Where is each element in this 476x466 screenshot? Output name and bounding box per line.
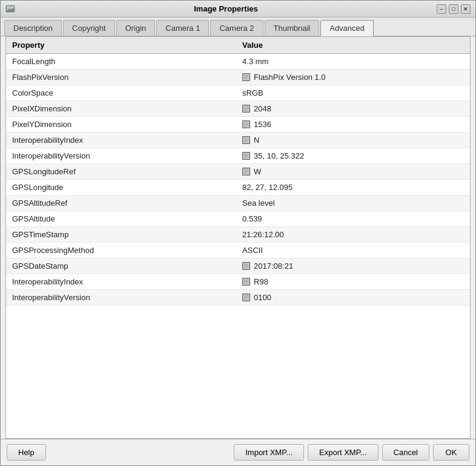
properties-table-container[interactable]: Property Value FocalLength4.3 mmFlashPix… — [5, 36, 471, 439]
column-header-property: Property — [6, 37, 236, 54]
table-row: InteroperabilityVersion0100 — [6, 290, 470, 306]
tab-thumbnail[interactable]: Thumbnail — [265, 20, 320, 36]
value-cell: sRGB — [236, 85, 470, 101]
property-cell: FocalLength — [6, 54, 236, 70]
table-row: GPSAltitudeRefSea level — [6, 195, 470, 211]
value-cell: R98 — [236, 274, 470, 290]
value-type-icon — [242, 168, 250, 176]
table-row: GPSLongitudeRefW — [6, 164, 470, 180]
value-cell: 0100 — [236, 290, 470, 306]
value-type-icon — [242, 73, 250, 81]
table-row: GPSTimeStamp21:26:12.00 — [6, 227, 470, 243]
value-cell: 1536 — [236, 117, 470, 133]
value-cell: ASCII — [236, 243, 470, 258]
property-cell: PixelXDimension — [6, 101, 236, 117]
table-row: InteroperabilityVersion35, 10, 25.322 — [6, 148, 470, 164]
value-type-icon — [242, 152, 250, 160]
ok-button[interactable]: OK — [433, 444, 469, 461]
close-button[interactable]: ✕ — [461, 4, 471, 14]
minimize-button[interactable]: – — [437, 4, 446, 14]
value-cell: W — [236, 164, 470, 180]
titlebar-controls: – □ ✕ — [437, 4, 471, 14]
value-type-icon — [242, 278, 250, 286]
property-cell: InteroperabilityVersion — [6, 290, 236, 306]
table-row: ColorSpacesRGB — [6, 85, 470, 101]
footer-right-buttons: Import XMP... Export XMP... Cancel OK — [234, 444, 469, 461]
value-cell: 35, 10, 25.322 — [236, 148, 470, 164]
tab-copyright[interactable]: Copyright — [63, 20, 115, 36]
table-row: InteroperabilityIndexN — [6, 133, 470, 148]
titlebar: Image Properties – □ ✕ — [1, 1, 475, 18]
import-xmp-button[interactable]: Import XMP... — [234, 444, 304, 461]
main-window: Image Properties – □ ✕ DescriptionCopyri… — [0, 0, 476, 466]
value-type-icon — [242, 262, 250, 270]
export-xmp-button[interactable]: Export XMP... — [308, 444, 378, 461]
property-cell: InteroperabilityIndex — [6, 133, 236, 148]
property-cell: GPSLongitudeRef — [6, 164, 236, 180]
value-cell: 4.3 mm — [236, 54, 470, 70]
value-cell: 82, 27, 12.095 — [236, 180, 470, 195]
value-cell: 2048 — [236, 101, 470, 117]
tab-camera1[interactable]: Camera 1 — [156, 20, 209, 36]
value-type-icon — [242, 105, 250, 113]
tab-advanced[interactable]: Advanced — [320, 20, 374, 36]
tab-origin[interactable]: Origin — [116, 20, 156, 36]
value-type-icon — [242, 294, 250, 301]
footer-left-buttons: Help — [7, 444, 46, 461]
value-cell: 2017:08:21 — [236, 258, 470, 274]
table-row: GPSProcessingMethodASCII — [6, 243, 470, 258]
property-cell: GPSLongitude — [6, 180, 236, 195]
property-cell: GPSDateStamp — [6, 258, 236, 274]
table-row: PixelYDimension1536 — [6, 117, 470, 133]
svg-point-3 — [12, 7, 13, 8]
tab-camera2[interactable]: Camera 2 — [210, 20, 263, 36]
property-cell: FlashPixVersion — [6, 70, 236, 85]
column-header-value: Value — [236, 37, 470, 54]
value-type-icon — [242, 120, 250, 128]
property-cell: GPSProcessingMethod — [6, 243, 236, 258]
maximize-button[interactable]: □ — [449, 4, 458, 14]
table-row: GPSDateStamp2017:08:21 — [6, 258, 470, 274]
value-cell: 0.539 — [236, 211, 470, 227]
table-row: InteroperabilityIndexR98 — [6, 274, 470, 290]
value-cell: N — [236, 133, 470, 148]
property-cell: InteroperabilityIndex — [6, 274, 236, 290]
table-row: FlashPixVersionFlashPix Version 1.0 — [6, 70, 470, 85]
property-cell: PixelYDimension — [6, 117, 236, 133]
app-icon — [5, 4, 15, 14]
value-cell: FlashPix Version 1.0 — [236, 70, 470, 85]
window-title: Image Properties — [15, 4, 437, 13]
table-row: PixelXDimension2048 — [6, 101, 470, 117]
property-cell: GPSAltitude — [6, 211, 236, 227]
property-cell: GPSAltitudeRef — [6, 195, 236, 211]
footer: Help Import XMP... Export XMP... Cancel … — [1, 439, 475, 465]
property-cell: InteroperabilityVersion — [6, 148, 236, 164]
tabs-bar: DescriptionCopyrightOriginCamera 1Camera… — [1, 18, 475, 36]
cancel-button[interactable]: Cancel — [382, 444, 429, 461]
help-button[interactable]: Help — [7, 444, 46, 461]
property-cell: GPSTimeStamp — [6, 227, 236, 243]
table-row: FocalLength4.3 mm — [6, 54, 470, 70]
tab-description[interactable]: Description — [4, 20, 62, 36]
property-cell: ColorSpace — [6, 85, 236, 101]
properties-table: Property Value FocalLength4.3 mmFlashPix… — [6, 37, 470, 306]
table-row: GPSAltitude0.539 — [6, 211, 470, 227]
value-type-icon — [242, 136, 250, 144]
value-cell: 21:26:12.00 — [236, 227, 470, 243]
table-row: GPSLongitude82, 27, 12.095 — [6, 180, 470, 195]
value-cell: Sea level — [236, 195, 470, 211]
